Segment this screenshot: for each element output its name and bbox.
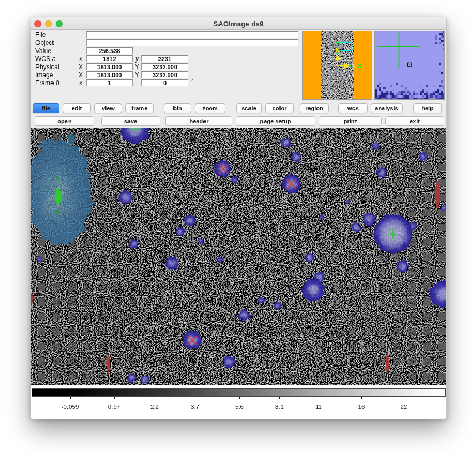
svg-text:N: N [336,47,340,53]
svg-text:X: X [358,63,362,69]
svg-text:E: E [353,63,357,69]
